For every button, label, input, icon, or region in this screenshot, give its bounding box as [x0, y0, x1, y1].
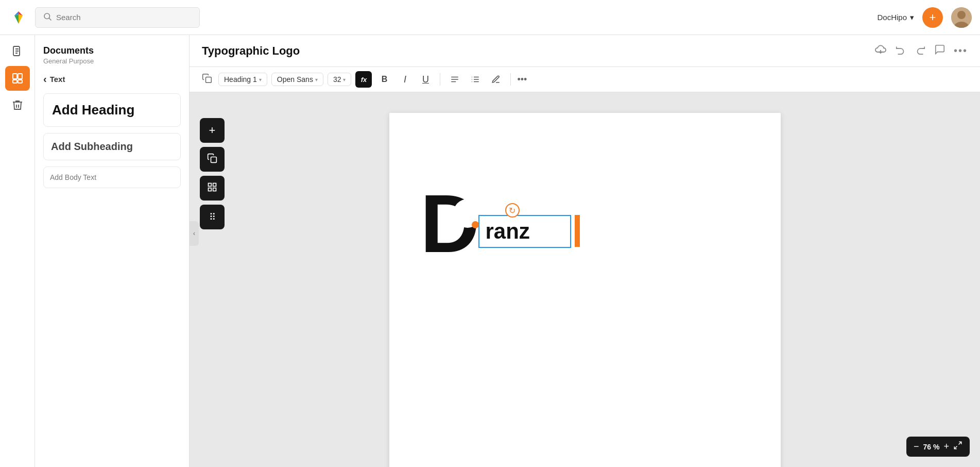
subheading-label: Add Subheading [51, 141, 173, 153]
list-button[interactable] [467, 71, 484, 88]
panel-title: Documents [43, 45, 181, 56]
zoom-value: 76 % [923, 443, 940, 451]
zoom-out-button[interactable]: − [914, 441, 919, 452]
fullscreen-button[interactable] [953, 441, 962, 453]
search-input[interactable] [56, 13, 192, 22]
svg-point-4 [957, 11, 966, 19]
drag-handle[interactable] [472, 221, 479, 228]
logo-text: ranz [486, 219, 530, 243]
svg-rect-25 [213, 188, 216, 191]
add-heading-option[interactable]: Add Heading [43, 93, 181, 127]
comment-icon[interactable] [934, 44, 945, 58]
undo-icon[interactable] [895, 44, 906, 58]
canvas-title: Typographic Logo [202, 44, 300, 58]
sidebar-item-trash[interactable] [5, 93, 30, 118]
highlight-button[interactable] [488, 71, 504, 88]
text-input-box[interactable]: ranz [478, 215, 571, 248]
app-logo[interactable] [8, 7, 29, 28]
cloud-save-icon[interactable] [874, 43, 887, 58]
back-label: Text [50, 75, 65, 84]
add-body-option[interactable]: Add Body Text [43, 166, 181, 188]
size-chevron-icon: ▾ [343, 77, 346, 82]
add-tool-button[interactable]: + [200, 118, 225, 143]
text-color-picker[interactable]: fx [355, 71, 372, 88]
main-area: Typographic Logo [190, 35, 980, 467]
sidebar-item-pages[interactable] [5, 66, 30, 91]
grid-tool-button[interactable] [200, 176, 225, 201]
add-subheading-option[interactable]: Add Subheading [43, 133, 181, 160]
canvas-header: Typographic Logo [190, 35, 980, 67]
svg-rect-11 [206, 77, 212, 82]
text-box-resize-handle[interactable] [575, 215, 580, 247]
redo-icon[interactable] [915, 44, 926, 58]
more-icon[interactable]: ••• [954, 45, 968, 57]
dochipo-menu[interactable]: DocHipo ▾ [877, 13, 914, 22]
dots-grid-tool-button[interactable]: ⠿ [200, 205, 225, 229]
svg-line-29 [954, 446, 957, 449]
toolbar: Heading 1 ▾ Open Sans ▾ 32 ▾ fx B I U [190, 67, 980, 92]
plus-icon: + [930, 11, 936, 24]
icon-sidebar [0, 35, 35, 467]
search-icon [43, 12, 52, 23]
svg-rect-8 [18, 74, 22, 79]
panel-subtitle: General Purpose [43, 57, 181, 65]
copy-tool-button[interactable] [200, 147, 225, 172]
svg-rect-24 [209, 188, 212, 191]
svg-line-28 [959, 442, 961, 444]
user-avatar[interactable] [951, 7, 972, 28]
heading-label: Add Heading [52, 102, 172, 118]
heading-chevron-icon: ▾ [259, 77, 262, 82]
font-label: Open Sans [277, 75, 313, 84]
more-toolbar-button[interactable]: ••• [517, 74, 527, 85]
chevron-down-icon: ▾ [910, 13, 914, 22]
search-bar[interactable] [35, 7, 200, 28]
size-select[interactable]: 32 ▾ [328, 73, 352, 86]
toolbar-divider-2 [510, 73, 511, 86]
left-panel: Documents General Purpose ‹ Text Add Hea… [35, 35, 190, 467]
dots-grid-tool-icon: ⠿ [209, 211, 216, 223]
more-toolbar-icon: ••• [517, 74, 527, 85]
copy-tool-icon [207, 153, 217, 166]
body-label: Add Body Text [50, 173, 174, 181]
heading-style-select[interactable]: Heading 1 ▾ [218, 73, 267, 86]
sidebar-item-documents[interactable] [5, 39, 30, 64]
plus-tool-icon: + [209, 124, 216, 137]
zoom-controls: − 76 % + [906, 437, 970, 457]
svg-point-1 [44, 13, 50, 19]
font-size-label: 32 [333, 75, 341, 84]
font-select[interactable]: Open Sans ▾ [271, 73, 323, 86]
svg-rect-21 [211, 157, 217, 162]
float-tools: + ⠿ [200, 118, 225, 229]
bold-icon: B [382, 75, 388, 84]
svg-rect-10 [18, 80, 22, 83]
fx-label: fx [361, 76, 367, 84]
canvas-document: ↻ D ranz [389, 113, 781, 467]
font-chevron-icon: ▾ [315, 77, 318, 82]
align-button[interactable] [446, 71, 463, 88]
text-options: Add Heading Add Subheading Add Body Text [43, 93, 181, 188]
underline-button[interactable]: U [417, 71, 434, 88]
canvas-workspace[interactable]: + ⠿ [190, 92, 980, 467]
svg-rect-22 [209, 183, 212, 186]
panel-collapse-handle[interactable]: ‹ [190, 221, 199, 246]
rotate-icon: ↻ [509, 206, 515, 215]
rotate-handle[interactable]: ↻ [505, 203, 520, 218]
zoom-in-button[interactable]: + [943, 441, 949, 452]
svg-rect-23 [213, 183, 216, 186]
topbar: DocHipo ▾ + [0, 0, 980, 35]
italic-button[interactable]: I [397, 71, 413, 88]
back-to-text[interactable]: ‹ Text [43, 73, 181, 85]
svg-rect-9 [13, 80, 17, 83]
toolbar-divider-1 [440, 73, 440, 86]
svg-rect-7 [13, 74, 17, 79]
create-button[interactable]: + [922, 7, 943, 28]
bold-button[interactable]: B [376, 71, 392, 88]
svg-line-2 [49, 18, 51, 20]
heading-style-label: Heading 1 [224, 75, 257, 84]
topbar-right: DocHipo ▾ + [877, 7, 972, 28]
grid-tool-icon [207, 182, 217, 195]
italic-icon: I [404, 74, 406, 85]
copy-icon[interactable] [202, 73, 212, 86]
underline-icon: U [422, 74, 429, 85]
canvas-actions: ••• [874, 43, 968, 58]
